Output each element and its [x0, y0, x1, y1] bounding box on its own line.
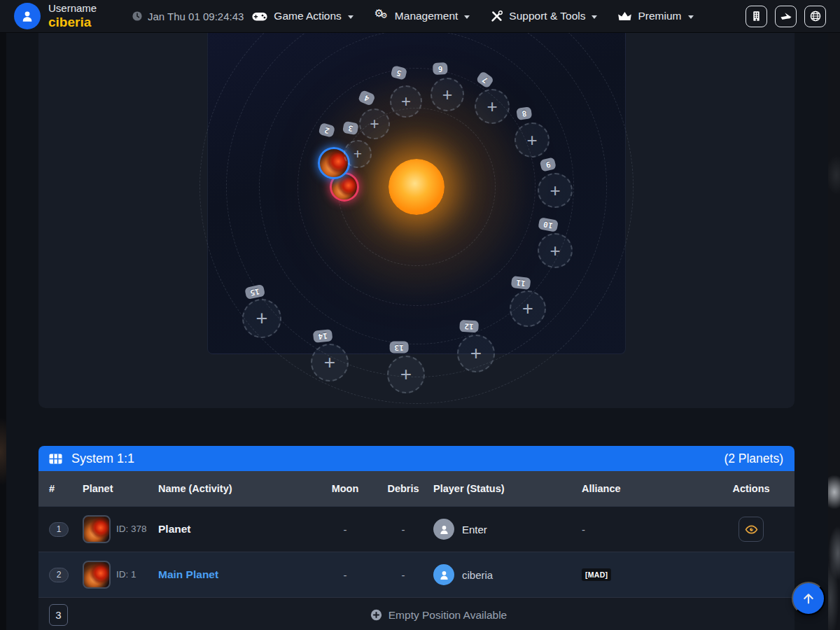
- plus-circle-icon: [370, 609, 382, 621]
- empty-position-text: Empty Position Available: [388, 609, 507, 622]
- player-avatar: [433, 519, 454, 540]
- col-debris: Debris: [373, 483, 433, 494]
- add-position-icon: +: [370, 115, 379, 134]
- datetime-text: Jan Thu 01 09:24:43: [148, 10, 244, 22]
- chevron-down-icon: [688, 15, 694, 19]
- scroll-to-top-button[interactable]: [792, 582, 825, 615]
- top-navbar: Username ciberia Jan Thu 01 09:24:43 Gam…: [0, 0, 840, 33]
- buildings-button[interactable]: [746, 6, 767, 27]
- col-alliance: Alliance: [582, 483, 708, 494]
- person-icon: [438, 569, 450, 581]
- empty-position-7[interactable]: +: [475, 89, 510, 124]
- empty-position-11[interactable]: +: [510, 290, 546, 327]
- main-menu: Game Actions ⚙⚙ Management Support & Too…: [252, 10, 693, 22]
- col-planet: Planet: [83, 483, 158, 494]
- arrow-up-icon: [801, 591, 816, 606]
- sun: [388, 159, 444, 215]
- planet-id: ID: 1: [116, 568, 153, 581]
- empty-position-6[interactable]: +: [430, 78, 464, 111]
- menu-management[interactable]: ⚙⚙ Management: [374, 10, 470, 22]
- server-clock: Jan Thu 01 09:24:43: [132, 10, 244, 22]
- chevron-down-icon: [464, 15, 470, 19]
- moon-cell: -: [317, 524, 373, 536]
- user-widget[interactable]: Username ciberia: [14, 3, 132, 29]
- crown-icon: [618, 11, 631, 22]
- system-table-header: System 1:1 (2 Planets): [38, 446, 794, 471]
- page-background-right: [828, 0, 840, 630]
- position-badge: 2: [49, 568, 69, 582]
- menu-label: Game Actions: [274, 10, 342, 22]
- gamepad-icon: [252, 11, 267, 22]
- moon-cell: -: [317, 569, 373, 581]
- empty-position-5[interactable]: +: [390, 85, 422, 118]
- add-position-icon: +: [324, 351, 335, 374]
- person-icon: [438, 524, 450, 536]
- table-grid-icon: [49, 454, 62, 464]
- alliance-cell: -: [582, 524, 708, 536]
- player-name: ciberia: [48, 15, 97, 29]
- system-table-card: System 1:1 (2 Planets) # Planet Name (Ac…: [38, 446, 794, 630]
- chevron-down-icon: [592, 15, 597, 19]
- spy-button[interactable]: [738, 517, 764, 542]
- table-row: 2ID: 1Main Planet--ciberia[MAD]: [38, 552, 794, 597]
- add-position-icon: +: [550, 180, 560, 202]
- eye-icon: [745, 523, 758, 536]
- empty-position-row[interactable]: 3Empty Position Available: [38, 597, 794, 630]
- planet-id: ID: 378: [116, 523, 153, 536]
- planet-cell: ID: 378: [83, 515, 158, 543]
- planet-name-link[interactable]: Planet: [158, 523, 191, 536]
- table-body: 1ID: 378Planet--Enter-2ID: 1Main Planet-…: [38, 506, 794, 630]
- planet-name-link[interactable]: Main Planet: [158, 568, 218, 581]
- player-name: ciberia: [462, 569, 493, 581]
- user-avatar[interactable]: [14, 3, 41, 29]
- name-cell: Planet: [158, 523, 317, 536]
- planet-thumbnail[interactable]: [83, 561, 111, 589]
- quick-access-buttons: [746, 6, 826, 27]
- debris-cell: -: [373, 569, 433, 581]
- page-background-left: [0, 0, 6, 630]
- empty-position-3[interactable]: +: [344, 140, 372, 168]
- empty-position-8[interactable]: +: [514, 122, 550, 158]
- alliance-cell: [MAD]: [582, 568, 708, 581]
- actions-cell: [708, 517, 794, 542]
- tools-icon: [491, 10, 503, 22]
- fleet-button[interactable]: [775, 6, 797, 27]
- planet-cell: ID: 1: [83, 561, 158, 589]
- table-row: 1ID: 378Planet--Enter-: [38, 506, 794, 552]
- clock-icon: [132, 10, 143, 22]
- username-label: Username: [48, 3, 97, 15]
- menu-label: Management: [395, 10, 458, 22]
- menu-support-tools[interactable]: Support & Tools: [491, 10, 597, 22]
- menu-game-actions[interactable]: Game Actions: [252, 10, 354, 22]
- empty-position-12[interactable]: +: [457, 335, 495, 372]
- empty-position-14[interactable]: +: [311, 344, 349, 382]
- empty-position-10[interactable]: +: [538, 233, 573, 268]
- empty-position-13[interactable]: +: [387, 356, 425, 393]
- game-page: 12+3+4+5+6+7+8+9+10+11+12+13+14+15 Usern…: [0, 0, 840, 630]
- col-name: Name (Activity): [158, 483, 317, 494]
- planet-thumbnail[interactable]: [83, 515, 111, 543]
- add-position-icon: +: [256, 307, 268, 330]
- menu-label: Premium: [638, 10, 681, 22]
- planet-count: (2 Planets): [724, 451, 783, 466]
- col-moon: Moon: [317, 483, 373, 494]
- menu-label: Support & Tools: [509, 10, 585, 22]
- empty-position-15[interactable]: +: [242, 299, 281, 338]
- position-cell: 1: [38, 522, 83, 537]
- empty-position-9[interactable]: +: [538, 173, 573, 208]
- empty-position-4[interactable]: +: [359, 108, 390, 139]
- add-position-icon: +: [522, 298, 533, 320]
- buildings-icon: [751, 10, 762, 22]
- menu-premium[interactable]: Premium: [618, 10, 693, 22]
- player-avatar: [433, 564, 454, 585]
- add-position-icon: +: [354, 146, 362, 162]
- table-column-header: # Planet Name (Activity) Moon Debris Pla…: [38, 471, 794, 506]
- position-cell: 2: [38, 568, 83, 582]
- alliance-tag[interactable]: [MAD]: [582, 568, 611, 581]
- fleet-icon: [780, 11, 792, 21]
- galaxy-button[interactable]: [804, 6, 826, 27]
- name-cell: Main Planet: [158, 568, 317, 581]
- add-position-icon: +: [401, 92, 411, 111]
- col-actions: Actions: [708, 483, 794, 494]
- col-player: Player (Status): [433, 483, 582, 494]
